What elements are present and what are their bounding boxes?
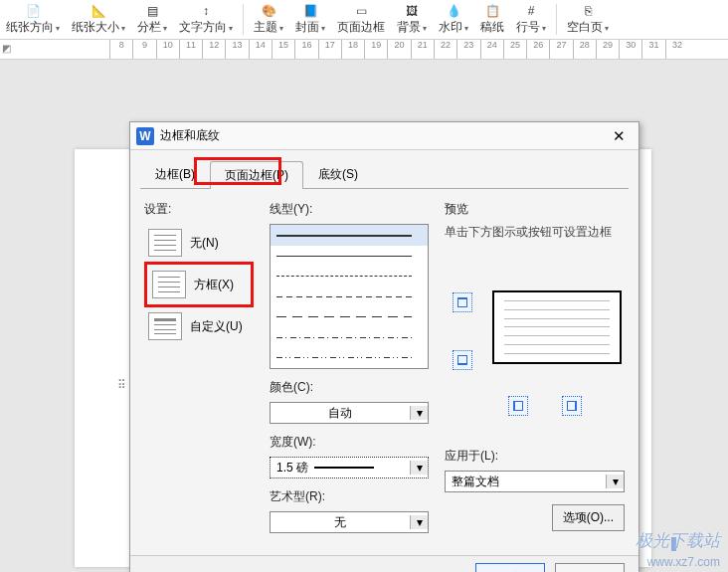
ribbon-page-size[interactable]: 📐纸张大小▾ — [66, 0, 131, 39]
preview-btn-right[interactable] — [562, 396, 582, 416]
close-button[interactable]: ✕ — [605, 127, 633, 145]
line-style-dot[interactable] — [271, 266, 428, 286]
apply-to-label: 应用于(L): — [445, 448, 625, 465]
color-label: 颜色(C): — [270, 379, 429, 396]
dialog-footer: i 操作技巧 确定 取消 — [130, 555, 638, 572]
preview-label: 预览 — [445, 201, 625, 218]
chevron-down-icon[interactable]: ▾ — [410, 515, 428, 529]
line-style-list[interactable] — [270, 224, 429, 369]
ok-button[interactable]: 确定 — [475, 563, 545, 572]
text-selection — [671, 537, 676, 551]
preview-note: 单击下方图示或按钮可设置边框 — [445, 224, 625, 241]
dialog-titlebar[interactable]: W 边框和底纹 ✕ — [130, 122, 638, 150]
cancel-button[interactable]: 取消 — [555, 563, 625, 572]
preview-btn-left[interactable] — [508, 396, 528, 416]
ribbon: 📄纸张方向▾ 📐纸张大小▾ ▤分栏▾ ↕文字方向▾ 🎨主题▾ 📘封面▾ ▭页面边… — [0, 0, 728, 40]
setting-box[interactable]: 方框(X) — [148, 266, 250, 303]
ribbon-columns[interactable]: ▤分栏▾ — [131, 0, 173, 39]
app-w-icon: W — [136, 127, 154, 145]
setting-custom[interactable]: 自定义(U) — [144, 307, 254, 345]
line-style-dashdot[interactable] — [271, 327, 428, 348]
ribbon-page-border[interactable]: ▭页面边框 — [331, 0, 391, 39]
width-label: 宽度(W): — [270, 434, 429, 451]
options-button[interactable]: 选项(O)... — [552, 504, 625, 531]
tab-border[interactable]: 边框(B) — [140, 160, 210, 188]
width-combo[interactable]: 1.5 磅 ▾ — [270, 457, 429, 478]
ribbon-manuscript[interactable]: 📋稿纸 — [474, 0, 510, 39]
line-style-dash[interactable] — [271, 286, 428, 307]
ribbon-watermark[interactable]: 💧水印▾ — [433, 0, 474, 39]
tab-strip: 边框(B) 页面边框(P) 底纹(S) — [140, 160, 638, 188]
dialog-title: 边框和底纹 — [160, 127, 220, 144]
preview-area — [445, 267, 625, 446]
ribbon-page-orientation[interactable]: 📄纸张方向▾ — [0, 0, 66, 39]
tab-shading[interactable]: 底纹(S) — [303, 160, 373, 188]
preview-btn-top[interactable] — [453, 292, 472, 312]
drag-handle-icon[interactable]: ⠿ — [117, 378, 126, 392]
ruler: ◩ 89101112131415161718192021222324252627… — [0, 40, 728, 60]
art-label: 艺术型(R): — [270, 488, 429, 505]
annotation-redbox-box: 方框(X) — [144, 262, 254, 307]
line-style-thin[interactable] — [271, 246, 428, 267]
chevron-down-icon[interactable]: ▾ — [410, 461, 428, 475]
line-style-dash-long[interactable] — [271, 306, 428, 327]
apply-to-combo[interactable]: 整篇文档 ▾ — [445, 471, 625, 492]
settings-label: 设置: — [144, 201, 254, 218]
setting-none[interactable]: 无(N) — [144, 224, 254, 262]
chevron-down-icon[interactable]: ▾ — [410, 406, 428, 420]
preview-btn-bottom[interactable] — [453, 350, 472, 370]
art-combo[interactable]: 无 ▾ — [270, 511, 429, 533]
line-style-dashdotdot[interactable] — [271, 347, 428, 368]
document-area: ⠿ 可能是对一种乞求战斗胜利的巫术活动的合称，即戏剧的原始形 W 边框和底纹 ✕… — [0, 60, 728, 572]
tab-page-border[interactable]: 页面边框(P) — [210, 161, 303, 189]
ruler-toggle-icon[interactable]: ◩ — [2, 43, 11, 54]
line-style-solid[interactable] — [271, 225, 428, 246]
borders-shading-dialog: W 边框和底纹 ✕ 边框(B) 页面边框(P) 底纹(S) 设置: 无(N) — [129, 121, 639, 572]
preview-page[interactable] — [492, 290, 622, 364]
color-combo[interactable]: 自动 ▾ — [270, 402, 429, 424]
ribbon-text-direction[interactable]: ↕文字方向▾ — [173, 0, 239, 39]
chevron-down-icon[interactable]: ▾ — [606, 475, 624, 488]
ribbon-line-numbers[interactable]: #行号▾ — [510, 0, 552, 39]
watermark-url: www.xz7.com — [647, 555, 720, 569]
ribbon-blank-page[interactable]: ⎘空白页▾ — [561, 0, 615, 39]
ribbon-background[interactable]: 🖼背景▾ — [391, 0, 433, 39]
line-style-label: 线型(Y): — [270, 201, 429, 218]
ribbon-theme[interactable]: 🎨主题▾ — [248, 0, 289, 39]
ribbon-cover[interactable]: 📘封面▾ — [289, 0, 331, 39]
